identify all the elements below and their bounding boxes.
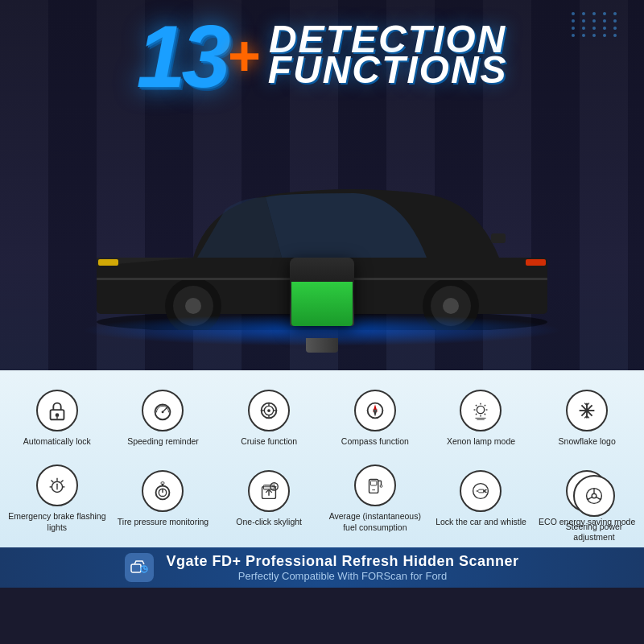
- svg-point-6: [185, 298, 201, 314]
- auto-lock-icon: [36, 390, 78, 431]
- svg-point-13: [55, 413, 59, 417]
- feature-auto-lock: Automatically lock: [4, 378, 110, 459]
- obd-device: [290, 258, 354, 338]
- svg-point-9: [443, 298, 459, 314]
- compass-icon: [354, 390, 396, 431]
- steering-label: Steering power adjustment: [551, 522, 638, 543]
- xenon-label: Xenon lamp mode: [447, 436, 515, 448]
- features-grid: Automatically lock Speeding reminder: [0, 370, 644, 547]
- svg-rect-74: [370, 481, 377, 486]
- banner-subtitle: Perfectly Compatible With FORScan for Fo…: [166, 570, 518, 582]
- feature-skylight: One-click skylight: [216, 459, 322, 539]
- fuel-label: Average (instantaneous) fuel consumption: [324, 511, 426, 533]
- skylight-label: One-click skylight: [236, 517, 302, 528]
- lock-whistle-label: Lock the car and whistle: [436, 517, 526, 528]
- emergency-brake-label: Emergency brake flashing lights: [6, 511, 108, 533]
- feature-emergency-brake: Emergency brake flashing lights: [4, 459, 110, 539]
- title-line2: FUNCTIONS: [268, 51, 508, 89]
- car-image: [0, 129, 644, 354]
- svg-point-82: [592, 493, 597, 498]
- title-area: 13 + DETECTION FUNCTIONS: [40, 16, 604, 96]
- feature-lock-whistle: Lock the car and whistle: [428, 459, 535, 539]
- emergency-brake-icon: [36, 464, 78, 506]
- banner-text-area: Vgate FD+ Professional Refresh Hidden Sc…: [166, 553, 518, 582]
- svg-rect-10: [491, 233, 506, 243]
- svg-rect-63: [162, 482, 165, 485]
- skylight-icon: [248, 470, 290, 512]
- steering-icon: [573, 475, 615, 517]
- hero-section: 13 + DETECTION FUNCTIONS: [0, 0, 644, 370]
- feature-snowflake: Snowflake logo: [534, 378, 640, 459]
- svg-line-39: [485, 405, 485, 406]
- device-green-panel: [291, 282, 353, 326]
- svg-rect-88: [131, 564, 141, 572]
- svg-rect-2: [98, 259, 118, 266]
- device-connector: [306, 338, 338, 353]
- auto-lock-label: Automatically lock: [23, 436, 91, 448]
- svg-rect-3: [526, 259, 546, 266]
- svg-line-38: [485, 414, 485, 415]
- feature-fuel: Average (instantaneous) fuel consumption: [322, 459, 428, 539]
- svg-line-40: [476, 414, 477, 415]
- tire-pressure-label: Tire pressure monitoring: [118, 517, 208, 528]
- title-plus: +: [227, 24, 260, 89]
- svg-point-59: [56, 489, 58, 490]
- cruise-icon: [248, 390, 290, 431]
- svg-point-79: [473, 484, 489, 499]
- banner-icon: [125, 553, 154, 582]
- lock-whistle-icon: [460, 470, 502, 512]
- banner-title: Vgate FD+ Professional Refresh Hidden Sc…: [166, 553, 518, 570]
- speeding-icon: [142, 390, 184, 431]
- svg-point-32: [477, 407, 485, 414]
- speeding-label: Speeding reminder: [127, 436, 199, 448]
- svg-line-55: [61, 481, 64, 483]
- feature-speeding: Speeding reminder: [110, 378, 217, 459]
- svg-point-23: [267, 409, 270, 412]
- svg-line-54: [51, 481, 53, 483]
- svg-line-37: [476, 405, 477, 406]
- compass-label: Compass function: [341, 436, 409, 448]
- device-body: [290, 258, 354, 326]
- bottom-banner: Vgate FD+ Professional Refresh Hidden Sc…: [0, 547, 644, 588]
- svg-point-51: [585, 409, 588, 412]
- cruise-label: Cruise function: [241, 436, 297, 448]
- svg-point-17: [162, 411, 164, 414]
- feature-compass: Compass function: [322, 378, 428, 459]
- fuel-icon: [354, 464, 396, 506]
- snowflake-label: Snowflake logo: [559, 436, 616, 448]
- feature-xenon: Xenon lamp mode: [428, 378, 535, 459]
- feature-cruise: Cruise function: [216, 378, 322, 459]
- title-number: 13: [136, 16, 226, 96]
- svg-point-77: [380, 485, 382, 488]
- svg-point-31: [374, 410, 376, 412]
- feature-steering: Steering power adjustment: [551, 475, 638, 543]
- tire-pressure-icon: [142, 470, 184, 512]
- feature-tire-pressure: Tire pressure monitoring: [110, 459, 217, 539]
- xenon-icon: [460, 390, 502, 431]
- svg-rect-66: [264, 485, 275, 490]
- snowflake-icon: [566, 390, 608, 431]
- features-section: Automatically lock Speeding reminder: [0, 370, 644, 588]
